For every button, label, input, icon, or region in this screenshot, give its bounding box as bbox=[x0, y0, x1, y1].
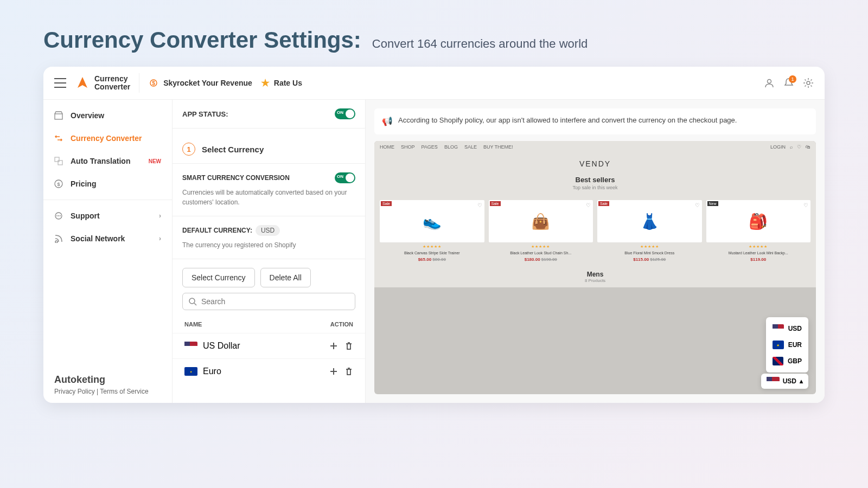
new-badge: NEW bbox=[149, 158, 161, 164]
brand-line1: Currency bbox=[94, 75, 130, 83]
step-number: 1 bbox=[182, 143, 195, 156]
megaphone-icon: 📢 bbox=[382, 115, 393, 128]
translate-icon bbox=[54, 157, 63, 165]
sidebar-item-social-network[interactable]: Social Network › bbox=[43, 227, 172, 250]
app-window: Currency Converter $ Skyrocket Your Reve… bbox=[43, 67, 825, 403]
default-currency-label: DEFAULT CURRENCY: bbox=[182, 227, 252, 234]
delete-icon[interactable] bbox=[344, 342, 353, 350]
svg-point-12 bbox=[60, 215, 61, 216]
sidebar: Overview Currency Converter Auto Transla… bbox=[43, 100, 173, 403]
star-icon: ★ bbox=[261, 77, 270, 89]
svg-text:$: $ bbox=[57, 182, 60, 187]
delete-icon[interactable] bbox=[344, 367, 353, 376]
product-card: Sale♡👟 ★★★★★ Black Canvas Stripe Side Tr… bbox=[380, 200, 484, 262]
flag-icon bbox=[184, 342, 197, 350]
smart-conversion-title: SMART CURRENCY CONVERSION bbox=[182, 174, 290, 182]
table-row: Euro bbox=[173, 358, 365, 384]
delete-all-button[interactable]: Delete All bbox=[260, 268, 311, 287]
skyrocket-link[interactable]: $ Skyrocket Your Revenue bbox=[148, 78, 252, 88]
rate-us-link[interactable]: ★ Rate Us bbox=[261, 77, 302, 89]
default-currency-value: USD bbox=[256, 225, 280, 236]
search-icon bbox=[188, 297, 197, 306]
settings-panel: APP STATUS: ON 1 Select Currency SMART C… bbox=[173, 100, 366, 403]
footer-legal[interactable]: Privacy Policy | Terms of Service bbox=[54, 388, 161, 395]
store-section-sub: Top sale in this week bbox=[374, 185, 816, 196]
search-icon: ⌕ bbox=[790, 144, 793, 150]
chevron-right-icon: › bbox=[159, 212, 161, 220]
store-section-title: Best sellers bbox=[374, 171, 816, 185]
currency-switcher-button[interactable]: USD ▴ bbox=[761, 374, 808, 389]
chevron-up-icon: ▴ bbox=[800, 377, 803, 385]
sidebar-item-overview[interactable]: Overview bbox=[43, 104, 172, 127]
product-card: Sale♡👗 ★★★★★ Blue Floral Mini Smock Dres… bbox=[597, 200, 702, 262]
gear-icon[interactable] bbox=[803, 78, 814, 88]
sidebar-item-pricing[interactable]: $ Pricing bbox=[43, 172, 172, 195]
bell-icon[interactable]: 1 bbox=[783, 78, 794, 88]
store-brand: VENDY bbox=[374, 159, 816, 168]
logo: Currency Converter bbox=[75, 75, 130, 92]
policy-notice: 📢 According to Shopify policy, our app i… bbox=[374, 108, 816, 134]
column-name: NAME bbox=[184, 321, 202, 328]
menu-icon[interactable] bbox=[54, 78, 66, 88]
svg-rect-6 bbox=[58, 160, 62, 165]
logo-icon bbox=[75, 75, 90, 91]
user-icon[interactable] bbox=[764, 78, 775, 88]
currency-option-eur[interactable]: EUR bbox=[766, 337, 808, 353]
notification-badge: 1 bbox=[789, 75, 796, 83]
table-row: US Dollar bbox=[173, 333, 365, 358]
store-preview: HOME SHOP PAGES BLOG SALE BUY THEME! LOG… bbox=[374, 141, 816, 394]
sidebar-item-support[interactable]: Support › bbox=[43, 204, 172, 227]
svg-point-3 bbox=[807, 81, 810, 85]
chevron-right-icon: › bbox=[159, 235, 161, 242]
svg-rect-5 bbox=[55, 157, 59, 162]
topbar: Currency Converter $ Skyrocket Your Reve… bbox=[43, 67, 825, 100]
svg-point-10 bbox=[56, 215, 58, 216]
svg-point-13 bbox=[189, 298, 195, 304]
currency-name: Euro bbox=[203, 367, 221, 376]
sidebar-item-currency-converter[interactable]: Currency Converter bbox=[43, 127, 172, 150]
default-currency-desc: The currency you registered on Shopify bbox=[182, 240, 355, 250]
page-title: Currency Converter Settings: bbox=[43, 27, 361, 53]
select-currency-button[interactable]: Select Currency bbox=[182, 268, 255, 287]
currency-name: US Dollar bbox=[203, 341, 240, 351]
svg-text:$: $ bbox=[152, 80, 155, 86]
product-card: New♡🎒 ★★★★★ Mustard Leather Look Mini Ba… bbox=[706, 200, 811, 262]
store-icon bbox=[54, 111, 63, 120]
flag-icon bbox=[767, 377, 780, 386]
svg-point-2 bbox=[768, 80, 771, 84]
sidebar-item-auto-translation[interactable]: Auto Translation NEW bbox=[43, 150, 172, 172]
svg-rect-4 bbox=[55, 114, 62, 119]
add-icon[interactable] bbox=[329, 367, 338, 376]
smart-conversion-toggle[interactable]: ON bbox=[335, 172, 355, 183]
rss-icon bbox=[54, 234, 63, 243]
bag-icon: 🛍 bbox=[806, 144, 810, 150]
dollar-icon: $ bbox=[54, 179, 63, 188]
smart-conversion-desc: Currencies will be automatically convert… bbox=[182, 188, 355, 207]
flag-icon bbox=[184, 367, 197, 376]
add-icon[interactable] bbox=[329, 342, 338, 350]
preview-panel: 📢 According to Shopify policy, our app i… bbox=[366, 100, 825, 403]
heart-icon: ♡ bbox=[797, 144, 801, 150]
app-status-toggle[interactable]: ON bbox=[335, 108, 355, 119]
step-title: Select Currency bbox=[202, 145, 264, 154]
product-card: Sale♡👜 ★★★★★ Black Leather Look Stud Cha… bbox=[489, 200, 593, 262]
column-action: ACTION bbox=[330, 321, 353, 328]
search-box[interactable] bbox=[182, 293, 355, 310]
footer-brand: Autoketing bbox=[54, 374, 161, 386]
currency-option-gbp[interactable]: GBP bbox=[766, 353, 808, 369]
svg-point-11 bbox=[58, 215, 59, 216]
currency-option-usd[interactable]: USD bbox=[766, 320, 808, 337]
page-subtitle: Convert 164 currencies around the world bbox=[372, 37, 588, 51]
chat-icon bbox=[54, 211, 63, 220]
rocket-icon: $ bbox=[148, 78, 159, 88]
currency-dropdown: USD EUR GBP bbox=[766, 317, 808, 373]
app-status-label: APP STATUS: bbox=[182, 110, 228, 118]
currency-icon bbox=[54, 134, 63, 143]
search-input[interactable] bbox=[201, 297, 349, 306]
brand-line2: Converter bbox=[94, 83, 130, 91]
